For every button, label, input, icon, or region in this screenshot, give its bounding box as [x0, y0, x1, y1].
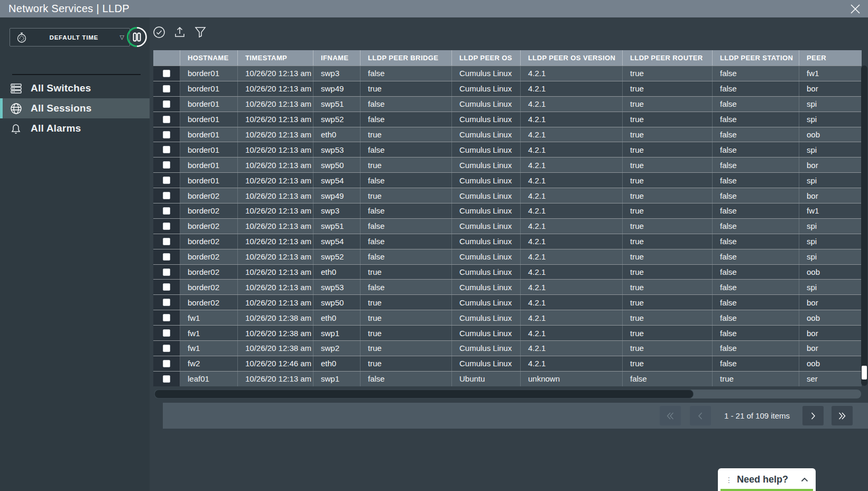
- table-cell-os: Cumulus Linux: [452, 142, 521, 157]
- column-header[interactable]: [153, 50, 180, 66]
- column-header[interactable]: TIMESTAMP: [238, 50, 313, 66]
- table-cell-ifname: swp3: [313, 203, 361, 218]
- row-checkbox[interactable]: [163, 116, 170, 123]
- table-row[interactable]: border0210/26/20 12:13 amswp51falseCumul…: [153, 218, 862, 234]
- need-help-label: Need help?: [737, 474, 801, 485]
- check-circle-icon[interactable]: [152, 25, 166, 39]
- filter-icon[interactable]: [193, 25, 207, 39]
- table-row[interactable]: border0110/26/20 12:13 amswp52falseCumul…: [153, 112, 862, 127]
- row-checkbox[interactable]: [163, 161, 170, 169]
- row-checkbox[interactable]: [163, 177, 170, 184]
- row-checkbox[interactable]: [163, 238, 170, 245]
- row-checkbox[interactable]: [163, 283, 170, 291]
- chevron-up-icon: [801, 477, 808, 482]
- row-checkbox[interactable]: [163, 146, 170, 153]
- table-row[interactable]: border0210/26/20 12:13 amswp54falseCumul…: [153, 234, 862, 249]
- horizontal-scrollbar-thumb[interactable]: [154, 390, 694, 399]
- vertical-scrollbar-thumb[interactable]: [862, 366, 867, 379]
- table-row[interactable]: border0110/26/20 12:13 amswp49trueCumulu…: [153, 81, 862, 96]
- row-checkbox[interactable]: [163, 360, 170, 367]
- table-cell-hostname: fw1: [180, 310, 238, 325]
- table-row[interactable]: border0210/26/20 12:13 ameth0trueCumulus…: [153, 264, 862, 280]
- row-checkbox[interactable]: [163, 223, 170, 230]
- close-icon[interactable]: [848, 2, 863, 16]
- sidebar-item-all-alarms[interactable]: All Alarms: [0, 118, 150, 138]
- table-cell-router: true: [623, 341, 713, 356]
- column-header[interactable]: HOSTNAME: [180, 50, 238, 66]
- table-row[interactable]: border0210/26/20 12:13 amswp50trueCumulu…: [153, 294, 862, 310]
- row-checkbox[interactable]: [163, 314, 170, 321]
- table-row[interactable]: fw110/26/20 12:38 ameth0trueCumulus Linu…: [153, 310, 862, 325]
- row-checkbox[interactable]: [163, 345, 170, 352]
- table-row[interactable]: fw210/26/20 12:46 ameth0trueCumulus Linu…: [153, 356, 862, 371]
- need-help-button[interactable]: ⋮ Need help?: [718, 468, 816, 491]
- pause-refresh-button[interactable]: [126, 26, 148, 48]
- table-row[interactable]: border0210/26/20 12:13 amswp53falseCumul…: [153, 279, 862, 294]
- next-page-button[interactable]: [802, 406, 824, 425]
- column-header[interactable]: LLDP PEER OS VERSION: [521, 50, 623, 66]
- last-page-button[interactable]: [832, 406, 853, 425]
- table-cell-bridge: false: [361, 234, 452, 249]
- row-checkbox[interactable]: [163, 70, 170, 77]
- table-cell-hostname: border02: [180, 249, 238, 264]
- table-cell-peer: bor: [799, 158, 862, 172]
- row-checkbox[interactable]: [163, 299, 170, 306]
- table-cell-hostname: border02: [180, 234, 238, 249]
- upload-icon[interactable]: [173, 25, 187, 39]
- table-row[interactable]: border0210/26/20 12:13 amswp52falseCumul…: [153, 249, 862, 264]
- table-cell-os: Cumulus Linux: [452, 265, 521, 280]
- first-page-button[interactable]: [660, 406, 681, 425]
- table-row[interactable]: border0110/26/20 12:13 amswp53falseCumul…: [153, 142, 862, 157]
- table-row[interactable]: fw110/26/20 12:38 amswp1trueCumulus Linu…: [153, 325, 862, 340]
- table-cell-bridge: true: [361, 188, 452, 203]
- table-row[interactable]: border0210/26/20 12:13 amswp3falseCumulu…: [153, 203, 862, 218]
- table-cell-bridge: true: [361, 265, 452, 280]
- table-cell-ifname: eth0: [313, 356, 361, 371]
- table-row[interactable]: fw110/26/20 12:38 amswp2trueCumulus Linu…: [153, 340, 862, 356]
- table-row[interactable]: border0110/26/20 12:13 amswp51falseCumul…: [153, 96, 862, 112]
- column-header[interactable]: LLDP PEER OS: [452, 50, 521, 66]
- checkbox-cell: [153, 356, 180, 371]
- table-cell-os_version: 4.2.1: [521, 219, 623, 234]
- table-cell-os: Ubuntu: [452, 372, 521, 386]
- row-checkbox[interactable]: [163, 329, 170, 337]
- row-checkbox[interactable]: [163, 207, 170, 215]
- table-row[interactable]: border0110/26/20 12:13 amswp50trueCumulu…: [153, 157, 862, 172]
- table-row[interactable]: leaf0110/26/20 12:13 amswp1falseUbuntuun…: [153, 371, 862, 386]
- row-checkbox[interactable]: [163, 268, 170, 276]
- table-cell-hostname: border01: [180, 158, 238, 172]
- table-cell-router: true: [623, 265, 713, 280]
- row-checkbox[interactable]: [163, 192, 170, 199]
- horizontal-scrollbar[interactable]: [154, 390, 861, 399]
- table-cell-timestamp: 10/26/20 12:13 am: [238, 112, 313, 127]
- table-cell-router: true: [623, 326, 713, 340]
- time-range-dropdown[interactable]: DEFAULT TIME ▽: [10, 28, 130, 47]
- row-checkbox[interactable]: [163, 85, 170, 92]
- column-header[interactable]: LLDP PEER ROUTER: [623, 50, 713, 66]
- sidebar-item-all-sessions[interactable]: All Sessions: [0, 98, 150, 118]
- vertical-scrollbar[interactable]: [861, 66, 867, 386]
- table-cell-timestamp: 10/26/20 12:13 am: [238, 173, 313, 188]
- row-checkbox[interactable]: [163, 100, 170, 108]
- table-cell-bridge: true: [361, 295, 452, 310]
- table-cell-router: true: [623, 97, 713, 112]
- column-header[interactable]: LLDP PEER STATION: [713, 50, 799, 66]
- table-cell-router: true: [623, 66, 713, 81]
- table-row[interactable]: border0110/26/20 12:13 amswp54falseCumul…: [153, 172, 862, 188]
- table-row[interactable]: border0210/26/20 12:13 amswp49trueCumulu…: [153, 188, 862, 203]
- table-cell-ifname: swp51: [313, 97, 361, 112]
- table-row[interactable]: border0110/26/20 12:13 amswp3falseCumulu…: [153, 66, 862, 81]
- sidebar-item-all-switches[interactable]: All Switches: [0, 78, 150, 98]
- row-checkbox[interactable]: [163, 375, 170, 383]
- table-cell-os: Cumulus Linux: [452, 203, 521, 218]
- table-row[interactable]: border0110/26/20 12:13 ameth0trueCumulus…: [153, 127, 862, 142]
- table-cell-router: false: [623, 372, 713, 386]
- row-checkbox[interactable]: [163, 131, 170, 138]
- column-header[interactable]: IFNAME: [313, 50, 361, 66]
- table-cell-timestamp: 10/26/20 12:13 am: [238, 265, 313, 280]
- previous-page-button[interactable]: [690, 406, 711, 425]
- row-checkbox[interactable]: [163, 253, 170, 261]
- sidebar-item-label: All Alarms: [31, 123, 81, 134]
- column-header[interactable]: PEER: [799, 50, 862, 66]
- column-header[interactable]: LLDP PEER BRIDGE: [361, 50, 452, 66]
